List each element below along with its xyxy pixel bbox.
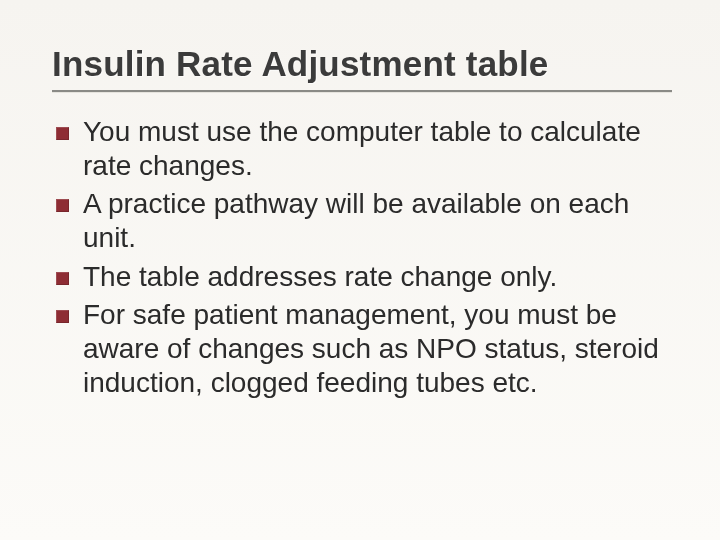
square-bullet-icon xyxy=(56,272,69,285)
bullet-text: The table addresses rate change only. xyxy=(83,260,666,294)
bullet-list: You must use the computer table to calcu… xyxy=(52,115,672,400)
square-bullet-icon xyxy=(56,199,69,212)
list-item: You must use the computer table to calcu… xyxy=(56,115,666,183)
square-bullet-icon xyxy=(56,127,69,140)
square-bullet-icon xyxy=(56,310,69,323)
slide: Insulin Rate Adjustment table You must u… xyxy=(0,0,720,540)
list-item: The table addresses rate change only. xyxy=(56,260,666,294)
title-underline xyxy=(52,90,672,93)
list-item: For safe patient management, you must be… xyxy=(56,298,666,400)
bullet-text: For safe patient management, you must be… xyxy=(83,298,666,400)
bullet-text: You must use the computer table to calcu… xyxy=(83,115,666,183)
bullet-text: A practice pathway will be available on … xyxy=(83,187,666,255)
list-item: A practice pathway will be available on … xyxy=(56,187,666,255)
slide-title: Insulin Rate Adjustment table xyxy=(52,44,672,84)
